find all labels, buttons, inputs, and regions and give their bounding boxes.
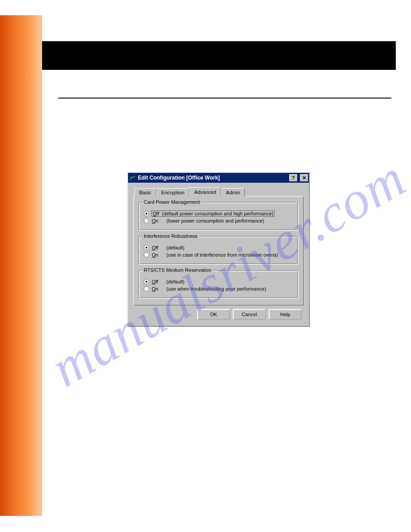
radio-label: On [152,218,158,223]
radio-desc: (use when troubleshooting poor performan… [167,286,266,292]
radio-icon [144,252,149,257]
dialog-button-row: OK Cancel Help [133,305,304,321]
radio-desc: (default) [167,245,184,250]
radio-interference-off[interactable]: Off (default) [144,245,293,250]
radio-interference-on[interactable]: On (use in case of interference from mic… [144,252,293,257]
edit-configuration-dialog: Edit Configuration [Office Work] ? ✕ Bas… [127,172,310,327]
radio-icon [144,279,149,284]
document-header-bar [42,41,396,70]
group-legend: RTS/CTS Medium Reservation [142,267,213,273]
radio-label: Off [152,245,158,250]
cancel-button[interactable]: Cancel [233,309,266,320]
radio-icon [144,245,149,250]
radio-label: On [152,252,158,257]
help-titlebar-button[interactable]: ? [289,174,297,181]
radio-rts-off[interactable]: Off (default) [144,279,293,284]
tab-panel-advanced: Card Power Management Off (default power… [133,196,304,305]
horizontal-rule [58,98,391,99]
radio-label: Off [152,279,158,284]
dialog-body: Basic Encryption Advanced Admin Card Pow… [128,183,309,326]
radio-desc: (default power consumption and high perf… [162,211,274,216]
radio-power-off[interactable]: Off (default power consumption and high … [144,211,293,216]
dialog-title: Edit Configuration [Office Work] [138,175,287,181]
radio-icon [144,286,149,292]
titlebar[interactable]: Edit Configuration [Office Work] ? ✕ [128,173,309,183]
radio-label: On [152,286,158,292]
radio-icon [144,211,149,216]
tab-admin[interactable]: Admin [221,188,245,197]
group-interference-robustness: Interference Robustness Off (default) On… [138,236,299,265]
document-orange-sidebar [0,15,42,516]
group-rts-cts: RTS/CTS Medium Reservation Off (default)… [138,270,299,299]
group-card-power-management: Card Power Management Off (default power… [138,202,299,231]
radio-desc: (default) [167,279,184,284]
ok-button[interactable]: OK [197,309,230,320]
group-legend: Card Power Management [142,199,201,205]
radio-desc: (use in case of interference from microw… [167,252,278,257]
dialog-container: Edit Configuration [Office Work] ? ✕ Bas… [127,172,310,327]
tab-encryption[interactable]: Encryption [156,188,189,197]
page: manualsriver.com Edit Configuration [Off… [0,0,411,532]
app-icon [129,174,136,181]
help-button[interactable]: Help [269,309,302,320]
radio-label: Off [153,211,159,216]
radio-desc: (lower power consumption and performance… [167,218,264,223]
radio-rts-on[interactable]: On (use when troubleshooting poor perfor… [144,286,293,292]
close-button[interactable]: ✕ [300,174,308,181]
group-legend: Interference Robustness [142,233,199,239]
tab-basic[interactable]: Basic [134,188,156,197]
radio-icon [144,218,149,223]
radio-power-on[interactable]: On (lower power consumption and performa… [144,218,293,223]
tab-advanced[interactable]: Advanced [189,187,221,197]
tab-strip: Basic Encryption Advanced Admin [133,187,304,197]
